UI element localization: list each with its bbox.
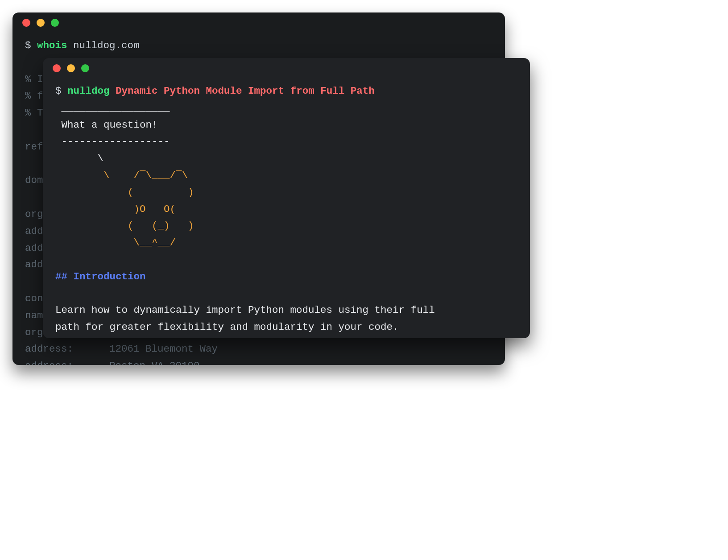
close-icon[interactable] <box>53 64 61 72</box>
ascii-art-tail: \ <box>55 153 103 164</box>
intro-paragraph: Learn how to dynamically import Python m… <box>55 304 435 333</box>
close-icon[interactable] <box>22 19 30 27</box>
prompt-symbol: $ <box>25 40 31 51</box>
minimize-icon[interactable] <box>37 19 45 27</box>
dog-icon: \__^__/ <box>55 237 176 249</box>
dog-icon: ( (_) ) <box>55 220 194 232</box>
terminal-window-front: $ nulldog Dynamic Python Module Import f… <box>43 58 530 338</box>
window-controls <box>12 12 505 33</box>
ascii-art-tail: \ /‾\___/‾\ <box>55 170 188 181</box>
command: nulldog <box>67 85 110 97</box>
speech-bubble-border: ------------------ <box>55 136 176 147</box>
minimize-icon[interactable] <box>67 64 75 72</box>
maximize-icon[interactable] <box>51 19 59 27</box>
output-line: address: Reston VA 20190 <box>25 360 200 365</box>
section-heading: ## Introduction <box>55 271 146 282</box>
speech-bubble-border: __________________ <box>55 102 176 114</box>
command-title: Dynamic Python Module Import from Full P… <box>116 85 375 97</box>
prompt-symbol: $ <box>55 85 62 97</box>
terminal-front-body: $ nulldog Dynamic Python Module Import f… <box>43 79 530 338</box>
speech-bubble-text: What a question! <box>55 119 164 131</box>
dog-icon: ( ) <box>55 187 194 198</box>
window-controls <box>43 58 530 79</box>
command-arg: nulldog.com <box>73 40 140 51</box>
dog-icon: )O O( <box>55 203 176 215</box>
output-line: address: 12061 Bluemont Way <box>25 343 218 355</box>
command: whois <box>37 40 67 51</box>
maximize-icon[interactable] <box>81 64 89 72</box>
